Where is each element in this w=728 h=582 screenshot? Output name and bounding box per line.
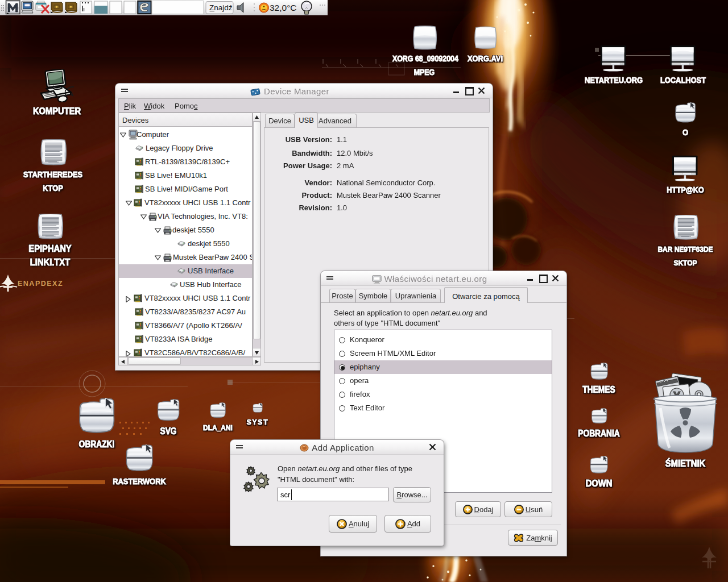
svg-text:32,0°C: 32,0°C [270,3,297,13]
svg-text:Znajdź: Znajdź [209,3,233,12]
svg-text:ENAPDEXZ: ENAPDEXZ [18,280,63,288]
